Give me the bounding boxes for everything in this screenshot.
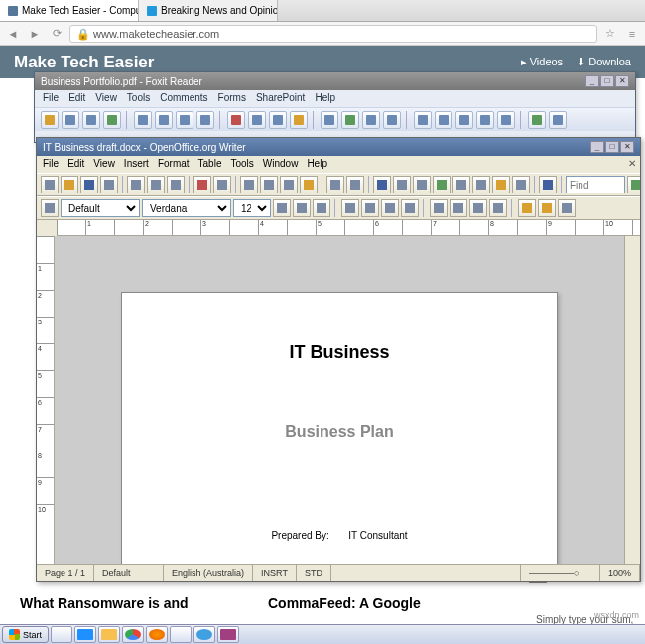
browser-tab-mte[interactable]: Make Tech Easier - Compute [0,0,139,21]
tool-icon[interactable] [497,111,515,129]
italic-icon[interactable] [293,199,311,217]
status-zoom[interactable]: 100% [600,565,640,581]
print-icon[interactable] [147,176,165,193]
doc-prepared-line[interactable]: Prepared By: IT Consultant [162,530,517,541]
tool-icon[interactable] [227,111,245,129]
cut-icon[interactable] [240,176,258,193]
maximize-icon[interactable]: □ [600,75,614,87]
close-icon[interactable]: ✕ [615,75,629,87]
email-icon[interactable] [100,176,118,193]
align-left-icon[interactable] [341,199,359,217]
doc-heading-2[interactable]: Business Plan [162,423,517,441]
menu-file[interactable]: File [43,92,59,105]
menu-tools[interactable]: Tools [127,92,150,105]
site-logo[interactable]: Make Tech Easier [14,53,154,72]
status-lang[interactable]: English (Australia) [164,565,253,581]
list-number-icon[interactable] [430,199,448,217]
tool-icon[interactable] [269,111,287,129]
font-select[interactable]: Verdana [142,199,231,217]
tool-icon[interactable] [383,111,401,129]
menu-help[interactable]: Help [315,92,335,105]
taskbar-app-chrome[interactable] [122,626,144,643]
minimize-icon[interactable]: _ [585,75,599,87]
tool-icon[interactable] [321,111,338,129]
nav-videos[interactable]: ▸ Videos [521,56,564,68]
indent-dec-icon[interactable] [469,199,487,217]
menu-view[interactable]: View [95,92,117,105]
table-icon[interactable] [393,176,411,193]
styles-icon[interactable] [41,199,59,217]
highlight-icon[interactable] [538,199,556,217]
document-page[interactable]: IT Business Business Plan Prepared By: I… [121,292,558,564]
menu-table[interactable]: Table [198,158,222,171]
document-close-icon[interactable]: ✕ [628,158,636,169]
undo-icon[interactable] [326,176,344,193]
reload-icon[interactable]: ⟳ [48,25,65,43]
paste-icon[interactable] [280,176,298,193]
ruler-vertical[interactable]: 12345678910 [37,236,55,564]
tool-icon[interactable] [476,111,494,129]
tool-icon[interactable] [549,111,567,129]
new-icon[interactable] [41,176,59,193]
align-justify-icon[interactable] [401,199,419,217]
redo-icon[interactable] [346,176,364,193]
indent-inc-icon[interactable] [489,199,507,217]
taskbar-app-ie[interactable] [74,626,96,643]
minimize-icon[interactable]: _ [590,141,604,153]
status-page[interactable]: Page 1 / 1 [37,565,94,581]
browser-tab-news[interactable]: Breaking News and Opinion o [139,0,278,21]
find-input[interactable] [566,176,625,193]
forward-icon[interactable]: ► [26,25,44,43]
menu-insert[interactable]: Insert [124,158,149,171]
open-icon[interactable] [61,176,78,193]
taskbar-app-folder[interactable] [217,626,239,643]
oo-titlebar[interactable]: IT Business draft.docx - OpenOffice.org … [37,138,640,156]
menu-file[interactable]: File [43,158,59,171]
underline-icon[interactable] [313,199,330,217]
taskbar-app-explorer[interactable] [98,626,120,643]
close-icon[interactable]: ✕ [620,141,634,153]
menu-format[interactable]: Format [158,158,190,171]
print-icon[interactable] [82,111,100,129]
menu-icon[interactable]: ≡ [623,25,641,43]
tool-icon[interactable] [176,111,194,129]
taskbar-app-firefox[interactable] [146,626,168,643]
tool-icon[interactable] [362,111,380,129]
tool-icon[interactable] [435,111,452,129]
menu-help[interactable]: Help [307,158,327,171]
help-icon[interactable] [539,176,557,193]
email-icon[interactable] [103,111,121,129]
find-next-icon[interactable] [627,176,640,193]
taskbar-app-cloud[interactable] [194,626,215,643]
fontsize-select[interactable]: 12 [233,199,271,217]
style-select[interactable]: Default [61,199,140,217]
tool-icon[interactable] [414,111,432,129]
format-paint-icon[interactable] [300,176,318,193]
status-std[interactable]: STD [297,565,331,581]
font-color-icon[interactable] [518,199,536,217]
taskbar-app-printer[interactable] [51,626,72,643]
autospell-icon[interactable] [213,176,231,193]
align-right-icon[interactable] [381,199,399,217]
tool-icon[interactable] [433,176,451,193]
export-pdf-icon[interactable] [127,176,145,193]
save-icon[interactable] [62,111,79,129]
status-insrt[interactable]: INSRT [253,565,297,581]
tool-icon[interactable] [528,111,546,129]
save-icon[interactable] [80,176,98,193]
open-icon[interactable] [41,111,59,129]
address-bar[interactable]: 🔒 www.maketecheasier.com [69,25,597,43]
list-bullet-icon[interactable] [450,199,467,217]
tool-icon[interactable] [341,111,359,129]
start-button[interactable]: Start [2,626,49,643]
tool-icon[interactable] [248,111,266,129]
tool-icon[interactable] [196,111,214,129]
tool-icon[interactable] [452,176,470,193]
scrollbar-vertical[interactable] [624,236,640,564]
tool-icon[interactable] [155,111,173,129]
back-icon[interactable]: ◄ [4,25,22,43]
menu-comments[interactable]: Comments [160,92,207,105]
bgcolor-icon[interactable] [558,199,576,217]
document-canvas[interactable]: IT Business Business Plan Prepared By: I… [55,236,624,564]
bookmark-icon[interactable]: ☆ [601,25,619,43]
